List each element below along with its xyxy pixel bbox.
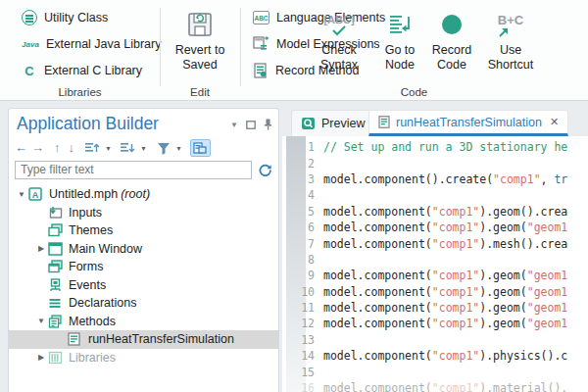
tree-item-label: Methods (69, 315, 116, 328)
libraries-icon (48, 351, 63, 365)
check-syntax-icon: [ABC] (323, 6, 354, 43)
code-text: model.component().create("comp1", tr (323, 172, 567, 186)
line-number: 3 (282, 172, 323, 186)
methods-icon (48, 315, 63, 328)
tree-item-methods[interactable]: ▼ Methods (9, 313, 278, 331)
show-in-model-builder-toggle[interactable] (190, 139, 211, 157)
code-line[interactable]: 12model.component("comp1").geom("geom1 (282, 316, 588, 331)
expander-closed-icon[interactable]: ▶ (34, 353, 48, 362)
record-method-icon (253, 63, 269, 78)
tree-item-label: Events (69, 278, 106, 292)
ribbon: Utility Class Java External Java Library… (0, 0, 588, 101)
inputs-icon (48, 206, 63, 220)
refresh-icon[interactable] (258, 163, 272, 177)
code-line[interactable]: 15 (282, 364, 588, 379)
expander-open-icon[interactable]: ▼ (15, 190, 28, 199)
revert-to-saved-button[interactable]: Revert to Saved (170, 6, 230, 73)
panel-menu-chevron-icon[interactable]: ▼ (230, 121, 238, 129)
use-shortcut-button[interactable]: B+C Use Shortcut (480, 6, 541, 73)
line-number: 2 (282, 157, 323, 171)
tree-item-label: runHeatTransferSimulation (88, 332, 234, 346)
code-line[interactable]: 8 (282, 252, 588, 268)
move-up-arrow-icon[interactable]: ↑ (54, 140, 61, 156)
code-line[interactable]: 2 (282, 155, 588, 171)
code-line[interactable]: 1// Set up and run a 3D stationary he (282, 139, 588, 155)
code-text: model.component("comp1").geom("geom1 (323, 220, 567, 234)
code-lines: 1// Set up and run a 3D stationary he23m… (282, 139, 588, 392)
collapse-list-caret-icon[interactable]: ▼ (140, 145, 147, 152)
code-line[interactable]: 10model.component("comp1").geom("geom1 (282, 284, 588, 300)
back-arrow-icon[interactable]: ← (15, 140, 27, 156)
code-line[interactable]: 9model.component("comp1").geom("geom1 (282, 268, 588, 283)
filter-input[interactable] (15, 161, 252, 179)
model-tree: ▼ A Untitled.mph (root) Inputs Themes ▶ … (9, 185, 278, 392)
code-line[interactable]: 6model.component("comp1").geom("geom1 (282, 220, 588, 235)
code-line[interactable]: 3model.component().create("comp1", tr (282, 172, 588, 187)
tab-run-heat-transfer-simulation[interactable]: runHeatTransferSimulation ✕ (368, 110, 568, 136)
code-editor[interactable]: 1// Set up and run a 3D stationary he23m… (282, 136, 588, 392)
tab-preview-label: Preview (321, 117, 365, 130)
forward-arrow-icon[interactable]: → (31, 140, 44, 156)
line-number: 4 (282, 188, 323, 202)
tree-item-main-window[interactable]: ▶ Main Window (9, 240, 278, 259)
expander-open-icon[interactable]: ▼ (34, 317, 48, 325)
tab-method-label: runHeatTransferSimulation (396, 116, 542, 129)
float-window-icon[interactable] (246, 121, 256, 129)
line-number: 8 (282, 253, 323, 267)
language-elements-icon: ABC (253, 11, 270, 24)
main-window-icon (48, 242, 63, 256)
edit-group-label: Edit (160, 86, 240, 98)
events-icon (48, 278, 63, 292)
ribbon-separator (240, 8, 241, 86)
line-number: 5 (282, 205, 323, 219)
code-line[interactable]: 16model.component("comp1").material(). (282, 380, 588, 392)
line-number: 1 (282, 140, 323, 154)
preview-icon (301, 117, 316, 130)
filter-funnel-icon[interactable] (157, 142, 171, 155)
code-text: model.component("comp1").mesh().crea (323, 237, 567, 251)
method-document-icon (68, 332, 82, 346)
tree-item-label: Inputs (69, 206, 102, 220)
c-icon: C (22, 64, 37, 78)
tree-item-themes[interactable]: Themes (9, 221, 278, 240)
line-number: 14 (282, 349, 323, 363)
close-tab-icon[interactable]: ✕ (550, 116, 559, 128)
tree-item-label: Main Window (69, 242, 142, 256)
forms-icon (48, 260, 63, 273)
code-text: model.component("comp1").geom("geom1 (323, 285, 567, 299)
code-line[interactable]: 7model.component("comp1").mesh().crea (282, 235, 588, 251)
record-code-button[interactable]: Record Code (421, 6, 482, 73)
code-line[interactable]: 4 (282, 187, 588, 203)
external-c-library-button[interactable]: C External C Library (22, 60, 142, 81)
code-line[interactable]: 13 (282, 332, 588, 348)
code-line[interactable]: 14model.component("comp1").physics().c (282, 348, 588, 364)
tree-item-inputs[interactable]: Inputs (9, 204, 278, 222)
tree-item-events[interactable]: Events (9, 276, 278, 295)
check-syntax-label: Check Syntax (309, 43, 369, 73)
record-code-label: Record Code (421, 43, 482, 73)
utility-class-button[interactable]: Utility Class (22, 7, 108, 28)
code-line[interactable]: 5model.component("comp1").geom().crea (282, 204, 588, 220)
tree-item-label: Untitled.mph (49, 187, 118, 201)
tree-item-declarations[interactable]: Declarations (9, 294, 278, 313)
tree-item-root[interactable]: ▼ A Untitled.mph (root) (9, 185, 278, 204)
svg-text:A: A (32, 190, 39, 200)
use-shortcut-icon: B+C (498, 6, 523, 43)
tree-item-run-heat-transfer-simulation[interactable]: runHeatTransferSimulation (9, 330, 278, 349)
tab-preview[interactable]: Preview (291, 110, 374, 136)
libraries-group-label: Libraries (0, 86, 160, 98)
external-c-library-label: External C Library (44, 64, 142, 77)
external-java-library-button[interactable]: Java External Java Library (22, 33, 161, 55)
pin-icon[interactable] (264, 119, 272, 130)
collapse-list-icon[interactable] (120, 141, 135, 155)
code-line[interactable]: 11model.component("comp1").geom("geom1 (282, 300, 588, 316)
expand-list-icon[interactable] (84, 141, 100, 155)
tree-item-libraries[interactable]: ▶ Libraries (9, 349, 278, 368)
expander-closed-icon[interactable]: ▶ (34, 244, 48, 253)
expand-list-caret-icon[interactable]: ▼ (105, 145, 112, 152)
java-icon: Java (22, 40, 39, 49)
filter-caret-icon[interactable]: ▼ (175, 145, 182, 152)
check-syntax-button[interactable]: [ABC] Check Syntax (309, 6, 369, 73)
tree-item-forms[interactable]: Forms (9, 258, 278, 276)
move-down-arrow-icon[interactable]: ↓ (69, 140, 75, 156)
